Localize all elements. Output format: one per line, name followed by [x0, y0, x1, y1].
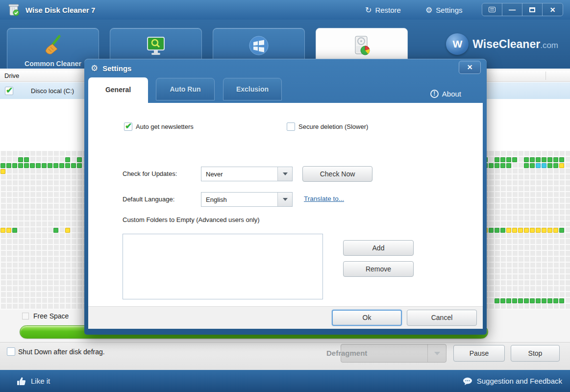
defrag-block: [0, 228, 5, 233]
defragment-dropdown[interactable]: [427, 344, 446, 362]
cancel-button[interactable]: Cancel: [407, 310, 477, 326]
pause-button[interactable]: Pause: [453, 345, 505, 362]
defrag-block: [512, 228, 517, 233]
defrag-block: [30, 163, 35, 168]
monitor-search-icon: [145, 34, 167, 57]
defrag-block: [24, 163, 29, 168]
feedback-label: Suggestion and Feedback: [477, 377, 562, 385]
default-language-dropdown[interactable]: English: [201, 192, 293, 207]
ok-button[interactable]: Ok: [332, 310, 402, 326]
shutdown-checkbox[interactable]: [7, 347, 15, 356]
defrag-block: [18, 163, 23, 168]
custom-folders-listbox[interactable]: [123, 234, 323, 299]
report-button[interactable]: [482, 3, 502, 16]
defrag-block: [559, 157, 564, 162]
default-language-value: English: [201, 193, 277, 206]
defrag-block: [36, 163, 41, 168]
remove-folder-button[interactable]: Remove: [343, 261, 414, 277]
defrag-block: [518, 228, 523, 233]
shutdown-label: Shut Down after disk defrag.: [18, 348, 105, 356]
defrag-block: [547, 163, 552, 168]
defrag-block: [18, 157, 23, 162]
defragment-button[interactable]: Defragment: [341, 344, 446, 363]
defrag-block: [553, 298, 558, 303]
tab-exclusion[interactable]: Exclusion: [223, 78, 282, 100]
app-trash-icon: [8, 3, 21, 17]
auto-newsletters-option[interactable]: Auto get newsletters: [124, 122, 194, 131]
tab-auto-run-label: Auto Run: [170, 85, 201, 93]
check-now-button[interactable]: Check Now: [302, 166, 372, 182]
shutdown-option[interactable]: Shut Down after disk defrag.: [7, 347, 105, 356]
auto-newsletters-checkbox[interactable]: [124, 122, 132, 131]
defrag-block: [553, 157, 558, 162]
settings-button[interactable]: ⚙ Settings: [425, 0, 463, 20]
defrag-block: [42, 163, 47, 168]
tab-general[interactable]: General: [88, 77, 148, 103]
defrag-block: [518, 298, 523, 303]
defrag-block: [547, 228, 552, 233]
defrag-block: [547, 298, 552, 303]
check-now-label: Check Now: [320, 170, 355, 178]
defrag-block: [536, 298, 541, 303]
defrag-block: [500, 157, 505, 162]
app-title: Wise Disk Cleaner 7: [25, 6, 95, 14]
brand-letter: W: [452, 38, 462, 50]
dropdown-arrow-button[interactable]: [277, 167, 292, 181]
dialog-close-button[interactable]: ✕: [459, 61, 481, 74]
chevron-down-icon: [283, 172, 288, 175]
secure-deletion-checkbox[interactable]: [287, 122, 295, 131]
tab-auto-run[interactable]: Auto Run: [156, 78, 215, 100]
auto-newsletters-label: Auto get newsletters: [136, 123, 194, 130]
gear-icon: ⚙: [91, 63, 98, 74]
defrag-block: [489, 163, 494, 168]
defrag-block: [65, 163, 70, 168]
defrag-block: [12, 228, 17, 233]
add-label: Add: [372, 244, 385, 252]
defrag-block: [553, 228, 558, 233]
defrag-block: [6, 163, 11, 168]
like-it-label: Like it: [31, 377, 50, 385]
dropdown-arrow-button[interactable]: [277, 193, 292, 206]
defrag-block: [489, 228, 494, 233]
minimize-button[interactable]: —: [502, 3, 522, 16]
defrag-block: [542, 157, 546, 162]
custom-folders-label: Custom Folders to Empty (Advanced users …: [123, 216, 260, 223]
defrag-block: [59, 163, 64, 168]
settings-dialog: ⚙ Settings ✕ General Auto Run Exclusion …: [84, 59, 487, 335]
stop-button[interactable]: Stop: [511, 345, 560, 362]
close-icon: ✕: [467, 63, 473, 71]
defrag-block: [524, 228, 529, 233]
settings-dialog-title: Settings: [102, 64, 131, 73]
defrag-block: [530, 163, 535, 168]
defragment-label: Defragment: [326, 349, 367, 357]
defrag-block: [530, 228, 535, 233]
close-button[interactable]: ✕: [543, 3, 563, 16]
translate-to-link[interactable]: Translate to...: [304, 195, 344, 202]
feedback-link[interactable]: Suggestion and Feedback: [463, 370, 562, 392]
restore-button[interactable]: ↻ Restore: [365, 0, 401, 20]
window-controls: — ✕: [482, 3, 563, 16]
about-link[interactable]: ! About: [430, 90, 461, 98]
footer-bar: Like it Suggestion and Feedback: [0, 370, 570, 392]
wisecleaner-brand-link[interactable]: W WiseCleaner.com: [446, 33, 558, 55]
add-folder-button[interactable]: Add: [343, 240, 414, 256]
cancel-label: Cancel: [431, 314, 453, 321]
secure-deletion-option[interactable]: Secure deletion (Slower): [287, 122, 368, 131]
disk-pie-icon: [350, 34, 373, 57]
defrag-block: [495, 298, 499, 303]
secure-deletion-label: Secure deletion (Slower): [298, 123, 368, 130]
defrag-block: [6, 228, 11, 233]
settings-dialog-header: ⚙ Settings: [84, 59, 487, 77]
stop-label: Stop: [528, 349, 543, 357]
drive-checkbox[interactable]: [5, 87, 13, 95]
check-updates-dropdown[interactable]: Never: [201, 167, 293, 181]
maximize-button[interactable]: [522, 3, 543, 16]
like-it-link[interactable]: Like it: [17, 370, 50, 392]
check-updates-value: Never: [201, 167, 277, 181]
chevron-down-icon: [283, 198, 288, 201]
free-space-legend: Free Space: [22, 312, 69, 320]
defrag-block: [542, 298, 546, 303]
restore-label: Restore: [375, 6, 401, 14]
broom-icon: [42, 34, 64, 57]
defrag-block: [524, 157, 529, 162]
